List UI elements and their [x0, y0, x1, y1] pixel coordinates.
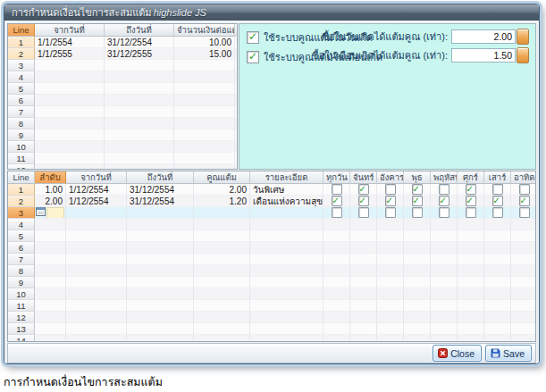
grid-cell[interactable]: [66, 230, 127, 242]
column-header[interactable]: ลำดับ: [35, 171, 66, 184]
grid-cell[interactable]: [458, 335, 484, 342]
grid-cell[interactable]: [194, 335, 250, 342]
grid-cell[interactable]: [250, 219, 323, 230]
grid-cell[interactable]: [323, 196, 350, 207]
grid-cell[interactable]: [250, 254, 323, 265]
row-number[interactable]: 11: [8, 153, 35, 164]
grid-cell[interactable]: [35, 288, 66, 300]
grid-cell[interactable]: [458, 207, 484, 219]
column-header[interactable]: รายละเอียด: [250, 171, 323, 184]
grid-cell[interactable]: [377, 184, 404, 196]
column-header[interactable]: จากวันที่: [66, 171, 127, 184]
grid-cell[interactable]: [127, 335, 194, 342]
day-checkbox[interactable]: [358, 196, 369, 206]
grid-cell[interactable]: [431, 196, 458, 207]
column-header[interactable]: อาทิตย์: [511, 171, 536, 184]
grid-cell[interactable]: [194, 265, 250, 277]
grid-cell[interactable]: [127, 265, 194, 277]
grid-cell[interactable]: [105, 153, 174, 164]
grid-cell[interactable]: [377, 312, 404, 323]
grid-cell[interactable]: 31/12/2555: [105, 48, 174, 60]
day-checkbox[interactable]: [492, 184, 503, 195]
grid-cell[interactable]: [35, 141, 105, 153]
day-checkbox[interactable]: [466, 196, 476, 206]
row-number[interactable]: 2: [8, 48, 35, 60]
window-titlebar[interactable]: การกำหนดเงื่อนไขการสะสมแต้ม highslide JS: [4, 4, 539, 21]
grid-cell[interactable]: [431, 335, 458, 342]
grid-cell[interactable]: [127, 323, 194, 335]
day-checkbox[interactable]: [492, 207, 503, 218]
row-number[interactable]: 4: [8, 219, 35, 230]
grid-cell[interactable]: 1.20: [194, 196, 250, 207]
grid-cell[interactable]: [431, 288, 458, 300]
grid-cell[interactable]: 1/12/2554: [66, 196, 127, 207]
grid-cell[interactable]: [458, 242, 484, 254]
day-checkbox[interactable]: [439, 196, 449, 206]
grid-cell[interactable]: [377, 323, 404, 335]
day-checkbox[interactable]: [439, 184, 449, 195]
row-number[interactable]: 10: [8, 141, 35, 153]
grid-cell[interactable]: [458, 184, 484, 196]
grid-cell[interactable]: [250, 242, 323, 254]
grid-cell[interactable]: 2.00: [35, 196, 66, 207]
column-header[interactable]: คูณแต้ม: [194, 171, 250, 184]
row-number[interactable]: 2: [8, 196, 35, 207]
grid-cell[interactable]: [404, 323, 431, 335]
grid-cell[interactable]: [484, 242, 511, 254]
grid-cell[interactable]: [431, 300, 458, 312]
day-checkbox[interactable]: [519, 207, 530, 218]
row-number[interactable]: 10: [8, 288, 35, 300]
grid-cell[interactable]: [431, 312, 458, 323]
grid-cell[interactable]: [35, 106, 105, 118]
grid-cell[interactable]: [404, 312, 431, 323]
grid-cell[interactable]: [350, 277, 377, 288]
grid-cell[interactable]: [250, 323, 323, 335]
grid-cell[interactable]: [458, 300, 484, 312]
grid-cell[interactable]: [458, 196, 484, 207]
grid-cell[interactable]: [323, 300, 350, 312]
grid-cell[interactable]: 15.00: [174, 48, 235, 60]
grid-cell[interactable]: เดือนแห่งความสุข: [250, 196, 323, 207]
grid-cell[interactable]: [250, 207, 323, 219]
grid-cell[interactable]: [484, 300, 511, 312]
grid-cell[interactable]: [250, 300, 323, 312]
grid-cell[interactable]: [250, 265, 323, 277]
grid-cell[interactable]: [511, 254, 536, 265]
grid-cell[interactable]: [35, 83, 105, 95]
grid-cell[interactable]: [484, 312, 511, 323]
day-checkbox[interactable]: [385, 184, 396, 195]
column-header[interactable]: พฤหัสบดี: [431, 171, 458, 184]
grid-cell[interactable]: [484, 323, 511, 335]
grid-cell[interactable]: [404, 300, 431, 312]
grid-cell[interactable]: [323, 242, 350, 254]
grid-cell[interactable]: [174, 71, 235, 83]
grid-cell[interactable]: [127, 254, 194, 265]
grid-cell[interactable]: [127, 300, 194, 312]
grid-cell[interactable]: [431, 277, 458, 288]
grid-cell[interactable]: [66, 219, 127, 230]
grid-cell[interactable]: [484, 196, 511, 207]
grid-cell[interactable]: [511, 265, 536, 277]
day-checkbox[interactable]: [466, 207, 476, 218]
grid-cell[interactable]: [350, 196, 377, 207]
grid-cell[interactable]: [458, 288, 484, 300]
grid-cell[interactable]: [35, 71, 105, 83]
grid-cell[interactable]: 2.00: [194, 184, 250, 196]
grid-cell[interactable]: [250, 288, 323, 300]
grid-cell[interactable]: [194, 242, 250, 254]
grid-cell[interactable]: [350, 207, 377, 219]
grid-cell[interactable]: [484, 288, 511, 300]
grid-cell[interactable]: วันพิเศษ: [250, 184, 323, 196]
grid-cell[interactable]: [484, 277, 511, 288]
row-number[interactable]: 13: [8, 323, 35, 335]
grid-cell[interactable]: [350, 335, 377, 342]
grid-cell[interactable]: [194, 312, 250, 323]
grid-cell[interactable]: [127, 288, 194, 300]
grid-cell[interactable]: [35, 265, 66, 277]
grid-cell[interactable]: [404, 265, 431, 277]
grid-cell[interactable]: [511, 323, 536, 335]
grid-cell[interactable]: [377, 300, 404, 312]
grid-cell[interactable]: [458, 254, 484, 265]
grid-cell[interactable]: [323, 219, 350, 230]
grid-cell[interactable]: [66, 300, 127, 312]
